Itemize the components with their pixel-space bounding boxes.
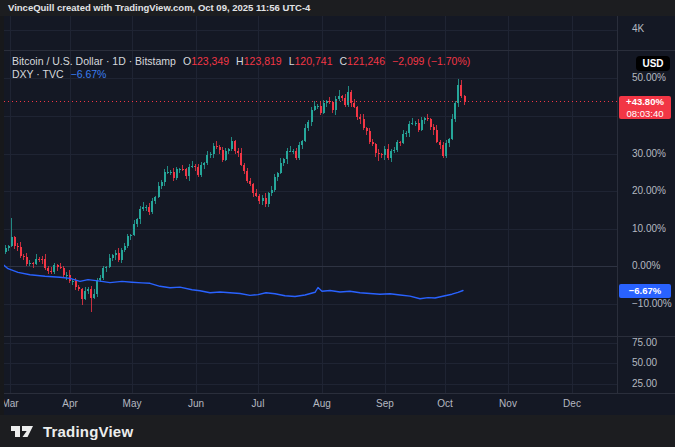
x-axis-tick: May	[123, 398, 142, 409]
x-axis-tick: Aug	[313, 398, 331, 409]
y-axis-tick: 20.00%	[632, 185, 666, 197]
x-axis-tick: Jul	[252, 398, 265, 409]
tradingview-snapshot: VinceQuill created with TradingView.com,…	[0, 0, 675, 447]
y-axis-tick: 50.00	[632, 357, 657, 369]
time-scale[interactable]: MarAprMayJunJulAugSepOctNovDec	[4, 393, 675, 415]
price-scale[interactable]: 4K USD 50.00%40.00%30.00%20.00%10.00%0.0…	[617, 16, 675, 393]
last-price-badge: +43.80% 08:03:40	[619, 96, 671, 119]
candlestick-series	[5, 79, 466, 311]
open-value: 123,349	[191, 55, 229, 67]
y-axis-tick: −10.00%	[632, 298, 672, 310]
compare-series-legend[interactable]: DXY · TVC−6.67%	[12, 68, 470, 81]
branding-bar: TradingView	[0, 415, 675, 447]
low-value: 120,741	[295, 55, 333, 67]
attribution-bar: VinceQuill created with TradingView.com,…	[0, 0, 675, 16]
y-axis-tick: 50.00%	[632, 72, 666, 84]
x-axis-tick: Nov	[499, 398, 517, 409]
last-price-percent: +43.80%	[619, 96, 671, 108]
volume-scale-tick: 4K	[632, 23, 644, 35]
y-axis-tick: 75.00	[632, 337, 657, 349]
symbol-title: Bitcoin / U.S. Dollar · 1D · Bitstamp	[12, 55, 176, 67]
brand-name[interactable]: TradingView	[43, 423, 133, 440]
x-axis-tick: Oct	[437, 398, 453, 409]
main-series-legend[interactable]: Bitcoin / U.S. Dollar · 1D · BitstampO12…	[12, 55, 470, 68]
x-axis-tick: Jun	[188, 398, 204, 409]
close-label: C	[339, 55, 347, 67]
x-axis-tick: Dec	[563, 398, 581, 409]
x-axis-tick: Mar	[4, 398, 19, 409]
y-axis-tick: 25.00	[632, 378, 657, 390]
currency-toggle-button[interactable]: USD	[636, 56, 670, 71]
chart-legend: Bitcoin / U.S. Dollar · 1D · BitstampO12…	[12, 55, 470, 81]
y-axis-tick: 0.00%	[632, 260, 660, 272]
y-axis-tick: 30.00%	[632, 148, 666, 160]
change-value: −2,099 (−1.70%)	[392, 55, 470, 67]
attribution-text: VinceQuill created with TradingView.com,…	[8, 2, 310, 13]
pane-dividers	[4, 51, 675, 337]
compare-symbol-title: DXY · TVC	[12, 68, 64, 80]
x-axis-tick: Apr	[62, 398, 78, 409]
tradingview-logo-icon[interactable]	[10, 423, 36, 439]
high-label: H	[236, 55, 244, 67]
compare-change-value: −6.67%	[71, 68, 107, 80]
chart-widget: Bitcoin / U.S. Dollar · 1D · BitstampO12…	[4, 16, 675, 415]
bar-countdown: 08:03:40	[619, 108, 671, 119]
y-axis-tick: 10.00%	[632, 223, 666, 235]
high-value: 123,819	[244, 55, 282, 67]
open-label: O	[183, 55, 191, 67]
compare-value-badge: −6.67%	[619, 284, 671, 298]
close-value: 121,246	[347, 55, 385, 67]
x-axis-tick: Sep	[376, 398, 394, 409]
